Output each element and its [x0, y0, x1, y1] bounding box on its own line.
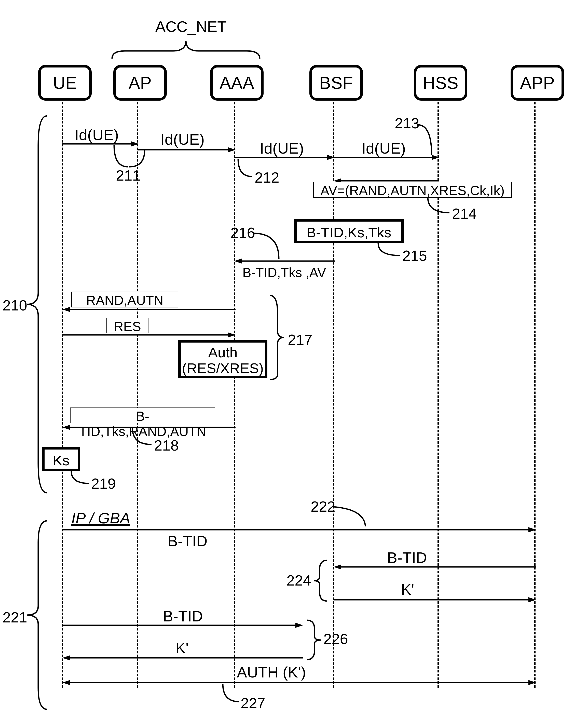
svg-marker-29	[62, 680, 70, 685]
participant-ap: AP	[113, 65, 167, 101]
msg-224a-label: B-TID	[387, 549, 427, 567]
svg-marker-19	[528, 527, 536, 532]
lifeline-ap	[137, 102, 138, 687]
proc-215: B-TID,Ks,Tks	[294, 219, 404, 243]
lifeline-ue	[62, 102, 63, 687]
ref-211: 211	[116, 167, 141, 184]
leader-215	[378, 243, 404, 257]
msg-218-box: B-TID,Tks,RAND,AUTN	[70, 407, 215, 423]
sequence-diagram: ACC_NET UE AP AAA BSF HSS APP Id(UE) Id(…	[0, 0, 588, 720]
brace-224	[313, 559, 329, 602]
ref-218: 218	[154, 437, 179, 454]
msg-227-label: AUTH (K')	[237, 663, 306, 681]
svg-marker-13	[62, 307, 70, 312]
msg-222b-label: B-TID	[168, 532, 208, 550]
svg-marker-21	[334, 565, 341, 570]
msg-224b-label: K'	[401, 581, 414, 598]
brace-210	[25, 114, 48, 494]
ref-216: 216	[230, 224, 255, 241]
ref-221: 221	[3, 609, 27, 626]
svg-marker-11	[234, 258, 242, 263]
msg-217b-box: RES	[106, 318, 148, 333]
leader-216	[253, 233, 279, 259]
ref-219: 219	[91, 475, 116, 492]
svg-marker-15	[228, 332, 235, 337]
lifeline-aaa	[234, 102, 235, 687]
ref-213: 213	[395, 114, 419, 132]
ref-224: 224	[287, 572, 311, 589]
accnet-label: ACC_NET	[153, 18, 229, 36]
svg-marker-25	[295, 623, 303, 628]
proc-217c: Auth (RES/XRES)	[178, 340, 267, 378]
msg-222a-label: IP / GBA	[71, 509, 130, 527]
msg-226a-label: B-TID	[163, 608, 203, 625]
leader-219	[71, 471, 94, 485]
msg-214-box: AV=(RAND,AUTN,XRES,Ck,Ik)	[313, 182, 512, 198]
ref-222: 222	[311, 498, 335, 515]
brace-226	[307, 619, 322, 661]
accnet-brace	[109, 38, 262, 61]
leader-222	[334, 507, 364, 527]
ref-227: 227	[240, 695, 265, 712]
svg-marker-3	[228, 147, 235, 152]
svg-marker-30	[528, 680, 536, 685]
arrow-216	[234, 258, 335, 263]
ref-215: 215	[402, 247, 427, 264]
svg-marker-27	[62, 655, 70, 660]
ref-210: 210	[3, 297, 27, 314]
arrow-224a	[334, 565, 536, 570]
msg-226b-label: K'	[175, 639, 188, 657]
arrow-217b	[62, 332, 235, 337]
svg-marker-23	[528, 597, 536, 602]
svg-marker-17	[62, 425, 70, 430]
svg-marker-7	[432, 155, 439, 160]
ref-217: 217	[288, 331, 313, 348]
msg-213-label: Id(UE)	[362, 140, 406, 157]
participant-bsf: BSF	[309, 65, 363, 101]
participant-hss: HSS	[414, 65, 467, 101]
arrow-224b	[334, 597, 536, 602]
ref-212: 212	[255, 169, 279, 186]
ref-214: 214	[452, 205, 477, 222]
brace-217	[270, 293, 285, 381]
brace-221	[25, 520, 48, 711]
leader-214	[428, 197, 453, 214]
ref-226: 226	[323, 630, 348, 648]
msg-211-label: Id(UE)	[75, 126, 119, 144]
arrow-222	[62, 527, 536, 532]
participant-ue: UE	[38, 65, 92, 101]
msg-216-label: B-TID,Tks ,AV	[243, 265, 326, 280]
participant-aaa: AAA	[210, 65, 264, 101]
msg-212-label: Id(UE)	[260, 140, 304, 157]
msg-217a-box: RAND,AUTN	[71, 292, 178, 308]
participant-app: APP	[510, 65, 564, 101]
msg-211b-label: Id(UE)	[161, 131, 205, 148]
